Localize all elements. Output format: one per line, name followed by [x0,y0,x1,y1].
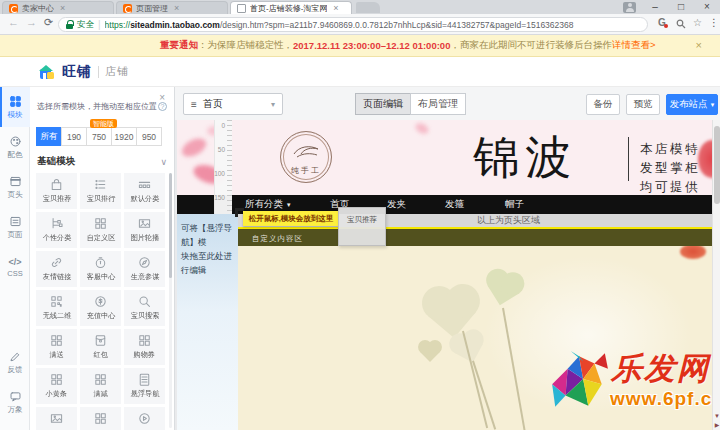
notice-close-icon[interactable]: × [696,39,702,51]
maximize-button[interactable]: □ [668,0,694,14]
shop-nav-item-4[interactable]: 帽子 [505,198,524,211]
module-item-16[interactable]: 满减 [80,368,121,404]
module-item-8[interactable]: 生意参谋 [124,251,165,287]
browser-window: 卖家中心×页面管理×首页-店铺装修-淘宝网× – □ × ← → ⟳ 安全 | … [0,0,720,430]
page-select-dropdown[interactable]: ≡ 首页 ▾ [183,93,283,115]
tab-page-edit[interactable]: 页面编辑 [355,93,411,115]
minimize-button[interactable]: – [642,0,668,14]
window-close-button[interactable]: × [694,0,720,14]
secure-label: 安全 [77,19,94,31]
tab-close-icon[interactable]: × [60,3,65,13]
module-item-5[interactable]: 图片轮播 [124,212,165,248]
sidebar-item-modules[interactable]: 模块 [0,87,30,127]
module-grid: 宝贝推荐宝贝排行默认分类个性分类自定义区图片轮播友情链接客服中心生意参谋无线二维… [36,173,168,430]
module-item-19[interactable] [80,407,121,430]
handmade-wave-icon [291,142,323,162]
shop-banner[interactable]: 纯手工 锦波 本店模特发型掌柜 均可提供教程 [177,120,712,195]
pageheader-icon [9,175,22,188]
module-panel: × 选择所需模块，并拖动至相应位置? 所有1907501920智能版950 基础… [30,87,175,430]
module-item-13[interactable]: 红包 [80,329,121,365]
zoom-extension-icon[interactable] [676,19,686,31]
size-filter-所有[interactable]: 所有 [36,127,62,146]
refresh-icon[interactable]: ⟳ [44,16,53,29]
backup-button[interactable]: 备份 [586,94,620,115]
module-item-10[interactable]: 充值中心 [80,290,121,326]
module-item-0[interactable]: 宝贝推荐 [36,173,77,209]
module-item-18[interactable] [36,407,77,430]
new-tab-button[interactable] [356,2,380,13]
publish-button[interactable]: 发布站点▾ [666,94,718,115]
module-item-7[interactable]: 客服中心 [80,251,121,287]
module-item-14[interactable]: 购物券 [124,329,165,365]
section-header[interactable]: 基础模块 ∨ [37,155,167,168]
size-filter-950[interactable]: 950 [136,127,162,146]
grid-icon [92,410,109,427]
tab-layout-manage[interactable]: 布局管理 [410,93,466,115]
browser-tab[interactable]: 页面管理× [116,1,228,14]
module-item-12[interactable]: 满送 [36,329,77,365]
canvas-scrollbar-thumb[interactable] [714,126,720,204]
size-filter-750[interactable]: 750 [86,127,112,146]
address-bar[interactable]: 安全 | https://siteadmin.taobao.com/design… [58,17,648,32]
module-item-11[interactable]: 宝贝搜索 [124,290,165,326]
browser-tab[interactable]: 卖家中心× [2,1,114,14]
module-item-15[interactable]: 小黄条 [36,368,77,404]
module-item-1[interactable]: 宝贝排行 [80,173,121,209]
notice-banner: 重要通知 ：为保障店铺稳定性， 2017.12.11 23:00:00–12.1… [0,35,720,57]
petal-decoration [414,121,431,136]
module-item-4[interactable]: 自定义区 [80,212,121,248]
custom-content-module-bar[interactable]: 自定义内容区 [230,229,712,246]
grid-icon [92,371,109,388]
bookmark-star-icon[interactable]: ☆ [693,17,702,28]
module-item-17[interactable]: 悬浮导航 [124,368,165,404]
scroll-down-icon[interactable]: ▼ [713,413,720,419]
back-icon[interactable]: ← [8,16,19,28]
shop-nav-label: 帽子 [505,198,524,209]
grid-icon [136,332,153,349]
module-item-label: 友情链接 [42,272,71,282]
preview-button[interactable]: 预览 [626,94,660,115]
size-filter-1920[interactable]: 1920 [111,127,137,146]
module-item-9[interactable]: 无线二维 [36,290,77,326]
shop-nav-item-2[interactable]: 发夹 [387,198,406,211]
browser-tab[interactable]: 首页-店铺装修-淘宝网× [230,1,352,14]
size-filter-190[interactable]: 190 [61,127,87,146]
tab-close-icon[interactable]: × [174,3,179,13]
sidebar-item-pageheader[interactable]: 页头 [0,167,30,207]
page-icon [9,215,22,228]
shop-nav-item-3[interactable]: 发箍 [445,198,464,211]
module-item-6[interactable]: 友情链接 [36,251,77,287]
ruler-label: 50 [213,146,225,153]
menu-dots-icon[interactable]: ⋮ [709,17,719,28]
profile-avatar-icon[interactable] [623,2,636,13]
help-icon[interactable]: ? [158,102,167,111]
shop-logo-text: 纯手工 [281,165,331,176]
dragged-module-ghost[interactable]: 宝贝推荐 [338,207,386,246]
tab-close-icon[interactable]: × [333,3,338,13]
module-item-2[interactable]: 默认分类 [124,173,165,209]
forward-icon[interactable]: → [26,16,37,28]
sidebar-item-colors[interactable]: 配色 [0,127,30,167]
sidebar-item-css[interactable]: </>CSS [0,247,30,287]
panel-scrollbar[interactable] [169,173,172,428]
canvas-scrollbar[interactable]: ▼ ▶ [712,120,720,430]
sidebar-item-wanxiang[interactable]: 万象 [0,382,30,422]
heart-decoration [420,342,440,362]
sidebar-item-page[interactable]: 页面 [0,207,30,247]
chevron-down-icon: ▾ [271,100,275,109]
extension-g-icon[interactable]: G [658,17,666,28]
notice-detail-link[interactable]: 详情查看> [612,39,656,52]
module-item-label: 宝贝搜索 [130,311,159,321]
browser-tab-strip: 卖家中心×页面管理×首页-店铺装修-淘宝网× – □ × [0,0,720,14]
dollar-icon [92,293,109,310]
shop-nav-item-0[interactable]: 所有分类 ▼ [245,198,292,211]
module-item-20[interactable] [124,407,165,430]
sidebar-item-label: CSS [7,269,22,278]
brand-divider [98,66,99,78]
module-item-label: 悬浮导航 [130,389,159,399]
scroll-right-icon[interactable]: ▶ [713,421,720,428]
panel-scrollbar-thumb[interactable] [169,173,172,278]
module-item-3[interactable]: 个性分类 [36,212,77,248]
bag-icon [48,176,65,193]
sidebar-item-feedback[interactable]: 反馈 [0,342,30,382]
